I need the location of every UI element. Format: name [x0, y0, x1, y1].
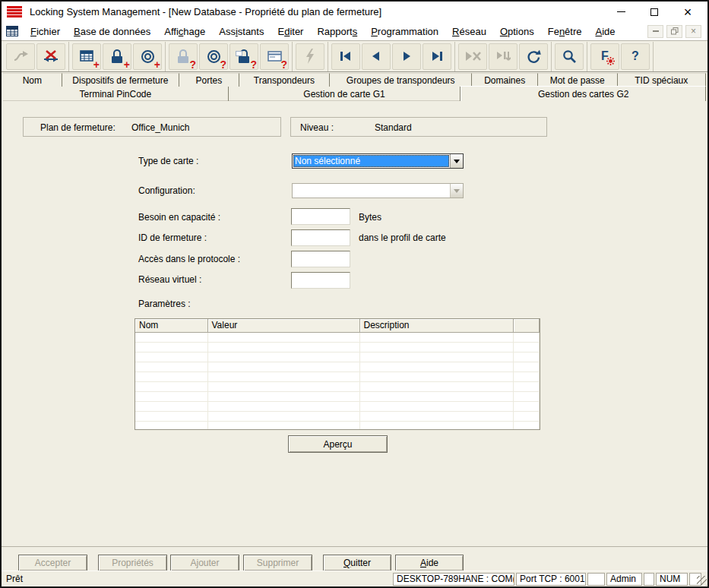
discard-record-button[interactable] [458, 43, 487, 70]
acces-protocole-field[interactable] [291, 251, 350, 267]
tab-transpondeurs[interactable]: Transpondeurs [239, 73, 330, 87]
mdi-restore-icon [671, 27, 679, 35]
filter-button[interactable]: F [590, 43, 619, 70]
aide-button[interactable]: Aide [395, 555, 464, 571]
menubar: Fichier Base de données Affichage Assist… [2, 22, 707, 41]
last-record-button[interactable] [423, 43, 451, 70]
tab-portes[interactable]: Portes [179, 73, 239, 87]
configuration-value [293, 185, 449, 197]
tab-gestion-de-carte-g1[interactable]: Gestion de carte G1 [229, 87, 461, 101]
type-de-carte-select[interactable]: Non sélectionné [292, 153, 464, 169]
table-header-row: Nom Valeur Description [135, 319, 540, 332]
read-lock-g1-button[interactable]: ? [229, 43, 258, 70]
bytes-suffix: Bytes [359, 212, 381, 223]
toolbar-separator [68, 42, 69, 71]
ajouter-button[interactable]: Ajouter [170, 555, 239, 571]
next-record-button[interactable] [392, 43, 421, 70]
mdi-minimize-button[interactable] [647, 25, 663, 38]
tab-dispositifs-de-fermeture[interactable]: Dispositifs de fermeture [62, 73, 179, 87]
menu-fichier[interactable]: Fichier [24, 24, 67, 39]
tab-gestion-des-cartes-g2[interactable]: Gestion des cartes G2 [461, 86, 706, 101]
menu-fenetre[interactable]: Fenêtre [541, 24, 589, 39]
tab-mot-de-passe[interactable]: Mot de passe [538, 73, 618, 87]
apercu-button[interactable]: Aperçu [288, 435, 388, 453]
search-button[interactable] [555, 43, 584, 70]
menu-base-de-donnees[interactable]: Base de données [67, 24, 157, 39]
disconnect-icon [43, 49, 59, 63]
proprietes-button[interactable]: Propriétés [98, 555, 167, 571]
lock-icon [177, 49, 189, 63]
menu-affichage[interactable]: Affichage [157, 24, 212, 39]
disconnect-button[interactable] [36, 43, 65, 70]
besoin-en-capacite-field[interactable] [291, 208, 350, 225]
new-locking-plan-button[interactable]: + [72, 43, 101, 70]
refresh-button[interactable] [519, 43, 548, 70]
app-window: Locking System Management - [New Databas… [0, 0, 709, 588]
tab-terminal-pincode[interactable]: Terminal PinCode [3, 87, 229, 101]
minimize-icon [617, 11, 625, 12]
table-row [135, 342, 540, 352]
status-num-lock: NUM [656, 573, 688, 586]
last-record-icon [431, 51, 443, 62]
tab-groupes-de-transpondeurs[interactable]: Groupes de transpondeurs [330, 73, 472, 87]
titlebar: Locking System Management - [New Databas… [2, 2, 707, 22]
document-icon[interactable] [6, 26, 18, 36]
plan-de-fermeture-value: Office_Munich [131, 122, 189, 133]
menu-assistants[interactable]: Assistants [212, 24, 271, 39]
tab-nom[interactable]: Nom [3, 73, 62, 87]
type-de-carte-label: Type de carte : [138, 156, 198, 166]
minimize-button[interactable] [604, 2, 638, 22]
column-header-valeur[interactable]: Valeur [207, 319, 359, 332]
close-button[interactable]: × [671, 2, 704, 22]
mdi-restore-button[interactable] [666, 25, 682, 38]
toolbar-separator [653, 42, 654, 71]
program-button[interactable] [296, 43, 324, 70]
connect-button[interactable] [6, 43, 35, 70]
menu-reseau[interactable]: Réseau [445, 24, 493, 39]
niveau-value: Standard [375, 122, 412, 133]
new-lock-button[interactable]: + [103, 43, 131, 70]
status-ready-text: Prêt [6, 574, 23, 584]
statusbar: Prêt DESKTOP-789HANE : COM(*) Port TCP :… [2, 571, 707, 586]
menu-aide[interactable]: Aide [589, 24, 622, 39]
previous-record-button[interactable] [362, 43, 391, 70]
dropdown-arrow-button[interactable] [450, 154, 463, 168]
help-icon: ? [631, 49, 639, 63]
resize-grip-icon[interactable] [697, 576, 707, 586]
maximize-button[interactable] [638, 2, 671, 22]
menu-rapports[interactable]: Rapports [310, 24, 364, 39]
maximize-icon [650, 8, 658, 16]
plan-de-fermeture-box: Plan de fermeture: Office_Munich [23, 117, 281, 137]
supprimer-button[interactable]: Supprimer [243, 555, 312, 571]
reseau-virtuel-field[interactable] [291, 272, 350, 289]
table-row [135, 371, 540, 381]
read-lock-button[interactable]: ? [169, 43, 198, 70]
read-transponder-button[interactable]: ? [199, 43, 228, 70]
menu-programmation[interactable]: Programmation [364, 24, 445, 39]
profil-de-carte-suffix: dans le profil de carte [359, 232, 446, 243]
close-icon: × [684, 5, 692, 19]
tab-tid-speciaux[interactable]: TID spéciaux [618, 73, 707, 87]
previous-record-icon [372, 51, 380, 62]
toolbar-separator [292, 42, 293, 71]
read-card-button[interactable]: ? [260, 43, 289, 70]
mdi-close-button[interactable]: × [685, 25, 701, 38]
menu-options[interactable]: Options [493, 24, 541, 39]
configuration-select[interactable] [292, 183, 464, 198]
parametres-table[interactable]: Nom Valeur Description [135, 318, 540, 430]
id-de-fermeture-field[interactable] [291, 229, 350, 246]
lock-icon [238, 49, 250, 63]
mdi-minimize-icon [653, 30, 659, 32]
commit-record-button[interactable] [489, 43, 518, 70]
column-header-description[interactable]: Description [359, 319, 513, 332]
first-record-icon [340, 51, 352, 62]
column-header-nom[interactable]: Nom [135, 319, 207, 332]
first-record-button[interactable] [331, 43, 360, 70]
dropdown-arrow-button[interactable] [450, 184, 463, 198]
menu-editer[interactable]: Editer [271, 24, 310, 39]
accepter-button[interactable]: Accepter [18, 555, 87, 571]
new-transponder-button[interactable]: + [133, 43, 162, 70]
help-button[interactable]: ? [621, 43, 650, 70]
quitter-button[interactable]: Quitter [323, 555, 391, 571]
tab-domaines[interactable]: Domaines [472, 73, 538, 87]
